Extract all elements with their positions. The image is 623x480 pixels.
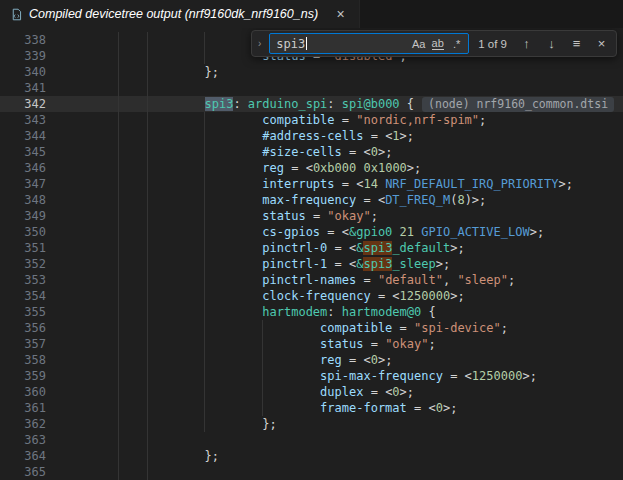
code-line[interactable]: 362 }; — [0, 416, 623, 432]
code-line[interactable]: 359 spi-max-frequency = <1250000>; — [0, 368, 623, 384]
indent-guide — [147, 80, 148, 96]
indent-guide — [118, 368, 119, 384]
match-case-button[interactable]: Aa — [409, 35, 428, 53]
code-line[interactable]: 349 status = "okay"; — [0, 208, 623, 224]
indent-guide — [118, 320, 119, 336]
indent-guide — [204, 112, 205, 128]
line-number: 355 — [0, 304, 46, 320]
indent-guide — [204, 368, 205, 384]
regex-button[interactable]: .* — [447, 35, 466, 53]
code-line[interactable]: 343 compatible = "nordic,nrf-spim"; — [0, 112, 623, 128]
editor-tab[interactable]: Compiled devicetree output (nrf9160dk_nr… — [0, 0, 360, 28]
match-count: 1 of 9 — [478, 38, 507, 50]
previous-match-button[interactable]: ↑ — [516, 33, 537, 54]
code-line[interactable]: 347 interrupts = <14 NRF_DEFAULT_IRQ_PRI… — [0, 176, 623, 192]
tab-close-icon[interactable]: × — [332, 5, 349, 23]
indent-guide — [118, 240, 119, 256]
editor[interactable]: › spi3 Aa ab .* 1 of 9 ↑ ↓ ≡ × 338339 st… — [0, 28, 623, 480]
indent-guide — [118, 192, 119, 208]
find-input[interactable]: spi3 Aa ab .* — [269, 33, 469, 54]
indent-guide — [118, 208, 119, 224]
code-line[interactable]: 360 duplex = <0>; — [0, 384, 623, 400]
code-line[interactable]: 346 reg = <0xb000 0x1000>; — [0, 160, 623, 176]
code-line[interactable]: 351 pinctrl-0 = <&spi3_default>; — [0, 240, 623, 256]
indent-guide — [118, 64, 119, 80]
indent-guide — [118, 96, 119, 112]
code-line[interactable]: 341 — [0, 80, 623, 96]
find-widget: › spi3 Aa ab .* 1 of 9 ↑ ↓ ≡ × — [251, 30, 617, 57]
code-line[interactable]: 356 compatible = "spi-device"; — [0, 320, 623, 336]
code-line[interactable]: 354 clock-frequency = <1250000>; — [0, 288, 623, 304]
indent-guide — [118, 432, 119, 448]
indent-guide — [118, 176, 119, 192]
indent-guide — [147, 112, 148, 128]
line-number: 342 — [0, 96, 46, 112]
indent-guide — [147, 432, 148, 448]
code-line[interactable]: 358 reg = <0>; — [0, 352, 623, 368]
code-line[interactable]: 353 pinctrl-names = "default", "sleep"; — [0, 272, 623, 288]
line-number: 356 — [0, 320, 46, 336]
code-line[interactable]: 364 }; — [0, 448, 623, 464]
code-line[interactable]: 352 pinctrl-1 = <&spi3_sleep>; — [0, 256, 623, 272]
indent-guide — [118, 144, 119, 160]
code-line[interactable]: 350 cs-gpios = <&gpio0 21 GPIO_ACTIVE_LO… — [0, 224, 623, 240]
indent-guide — [118, 304, 119, 320]
line-number: 360 — [0, 384, 46, 400]
line-number: 349 — [0, 208, 46, 224]
indent-guide — [147, 256, 148, 272]
code-line[interactable]: 340 }; — [0, 64, 623, 80]
indent-guide — [262, 352, 263, 368]
whole-word-button[interactable]: ab — [428, 35, 447, 53]
indent-guide — [118, 448, 119, 464]
indent-guide — [204, 192, 205, 208]
indent-guide — [204, 400, 205, 416]
indent-guide — [118, 416, 119, 432]
indent-guide — [147, 400, 148, 416]
indent-guide — [204, 160, 205, 176]
toggle-replace-button[interactable]: › — [254, 31, 265, 56]
indent-guide — [147, 336, 148, 352]
code-line[interactable]: 357 status = "okay"; — [0, 336, 623, 352]
close-find-button[interactable]: × — [591, 33, 612, 54]
indent-guide — [118, 400, 119, 416]
indent-guide — [118, 256, 119, 272]
indent-guide — [204, 416, 205, 432]
code-line[interactable]: 345 #size-cells = <0>; — [0, 144, 623, 160]
indent-guide — [147, 288, 148, 304]
indent-guide — [204, 32, 205, 48]
code-line[interactable]: 344 #address-cells = <1>; — [0, 128, 623, 144]
indent-guide — [147, 272, 148, 288]
indent-guide — [147, 448, 148, 464]
indent-guide — [118, 112, 119, 128]
indent-guide — [204, 224, 205, 240]
code-line[interactable]: 355 hartmodem: hartmodem@0 { — [0, 304, 623, 320]
line-number: 362 — [0, 416, 46, 432]
indent-guide — [118, 336, 119, 352]
indent-guide — [204, 208, 205, 224]
next-match-button[interactable]: ↓ — [541, 33, 562, 54]
code-line[interactable]: 363 — [0, 432, 623, 448]
devicetree-file-icon — [10, 8, 23, 21]
indent-guide — [204, 304, 205, 320]
code-line[interactable]: 342 spi3: arduino_spi: spi@b000 {(node) … — [0, 96, 623, 112]
code-line[interactable]: 361 frame-format = <0>; — [0, 400, 623, 416]
find-in-selection-button[interactable]: ≡ — [566, 33, 587, 54]
indent-guide — [204, 144, 205, 160]
line-number: 347 — [0, 176, 46, 192]
line-number: 357 — [0, 336, 46, 352]
indent-guide — [147, 464, 148, 480]
line-number: 348 — [0, 192, 46, 208]
indent-guide — [147, 416, 148, 432]
code-line[interactable]: 348 max-frequency = <DT_FREQ_M(8)>; — [0, 192, 623, 208]
line-number: 345 — [0, 144, 46, 160]
indent-guide — [118, 160, 119, 176]
indent-guide — [262, 320, 263, 336]
indent-guide — [147, 48, 148, 64]
find-match: spi3 — [363, 257, 392, 271]
code-area[interactable]: 338339 status = "disabled";340 };341342 … — [0, 28, 623, 480]
line-number: 343 — [0, 112, 46, 128]
indent-guide — [118, 48, 119, 64]
code-line[interactable]: 365 — [0, 464, 623, 480]
line-number: 350 — [0, 224, 46, 240]
indent-guide — [262, 368, 263, 384]
